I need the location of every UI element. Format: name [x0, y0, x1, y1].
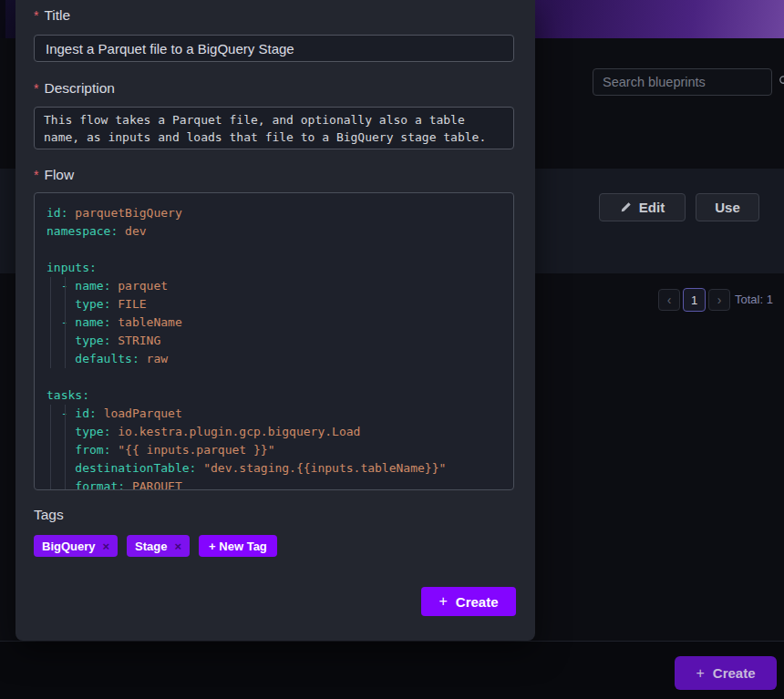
code-line: - name: parquet: [46, 277, 513, 295]
code-line: tasks:: [46, 386, 513, 405]
pagination-page-1[interactable]: 1: [683, 288, 706, 312]
plus-icon: +: [438, 593, 447, 610]
new-tag-button[interactable]: + New Tag: [199, 535, 277, 557]
search-icon[interactable]: [779, 74, 784, 90]
background-create-button[interactable]: + Create: [675, 656, 777, 690]
tag-label: BigQuery: [42, 540, 96, 553]
code-line: - id: loadParquet: [46, 405, 513, 423]
tag-remove-icon[interactable]: ×: [175, 540, 182, 553]
background-create-label: Create: [713, 665, 756, 681]
flow-field-label: * Flow: [34, 167, 74, 183]
code-line: from: "{{ inputs.parquet }}": [46, 441, 513, 459]
use-button-label: Use: [715, 200, 740, 215]
description-textarea[interactable]: This flow takes a Parquet file, and opti…: [34, 107, 514, 149]
plus-icon: +: [696, 665, 704, 682]
tag-remove-icon[interactable]: ×: [103, 540, 110, 553]
indent-guide: [65, 405, 66, 490]
tag-chip[interactable]: BigQuery×: [34, 535, 118, 557]
left-edge-gutter: [0, 0, 5, 38]
create-blueprint-modal: * Title * Description This flow takes a …: [15, 0, 535, 641]
code-line: [46, 241, 513, 259]
flow-code-editor[interactable]: id: parquetBigQuerynamespace: dev inputs…: [34, 192, 514, 490]
indent-guide: [65, 277, 66, 368]
tags-field-label: Tags: [34, 507, 64, 523]
edit-button-label: Edit: [639, 200, 665, 215]
indent-guide: [50, 277, 51, 368]
tag-chips: BigQuery×Stage×: [34, 535, 190, 557]
code-line: id: parquetBigQuery: [46, 204, 513, 222]
code-line: - name: tableName: [46, 314, 513, 332]
use-button[interactable]: Use: [696, 193, 759, 221]
title-input[interactable]: [34, 35, 514, 62]
pagination-next-button[interactable]: ›: [708, 289, 730, 311]
modal-create-button[interactable]: + Create: [421, 587, 516, 616]
modal-create-label: Create: [456, 594, 499, 610]
pagination-total: Total: 1: [735, 293, 773, 306]
search-input[interactable]: [603, 75, 773, 89]
tags-row: BigQuery×Stage× + New Tag: [34, 535, 277, 557]
pencil-icon: [620, 201, 632, 213]
pagination-prev-button[interactable]: ‹: [658, 289, 680, 311]
code-line: type: FILE: [46, 295, 513, 314]
code-line: type: io.kestra.plugin.gcp.bigquery.Load: [46, 423, 513, 441]
tag-label: Stage: [135, 540, 167, 553]
code-line: format: PARQUET: [46, 478, 513, 490]
required-marker: *: [34, 8, 38, 23]
code-line: [46, 368, 513, 386]
code-line: inputs:: [46, 259, 513, 277]
flow-code-content: id: parquetBigQuerynamespace: dev inputs…: [46, 204, 513, 490]
code-line: namespace: dev: [46, 222, 513, 241]
tag-chip[interactable]: Stage×: [127, 535, 190, 557]
indent-guide: [50, 405, 51, 490]
description-field-label: * Description: [34, 80, 115, 97]
code-line: destinationTable: "dev.staging.{{inputs.…: [46, 459, 513, 478]
chevron-right-icon: ›: [717, 293, 722, 307]
edit-button[interactable]: Edit: [599, 193, 686, 221]
chevron-left-icon: ‹: [667, 293, 672, 307]
search-box: [593, 68, 772, 96]
code-line: type: STRING: [46, 332, 513, 350]
required-marker: *: [34, 168, 38, 182]
code-line: defaults: raw: [46, 350, 513, 368]
title-field-label: * Title: [34, 7, 70, 24]
page-footer: + Create: [0, 641, 784, 699]
page-number: 1: [691, 293, 697, 307]
required-marker: *: [34, 81, 38, 96]
